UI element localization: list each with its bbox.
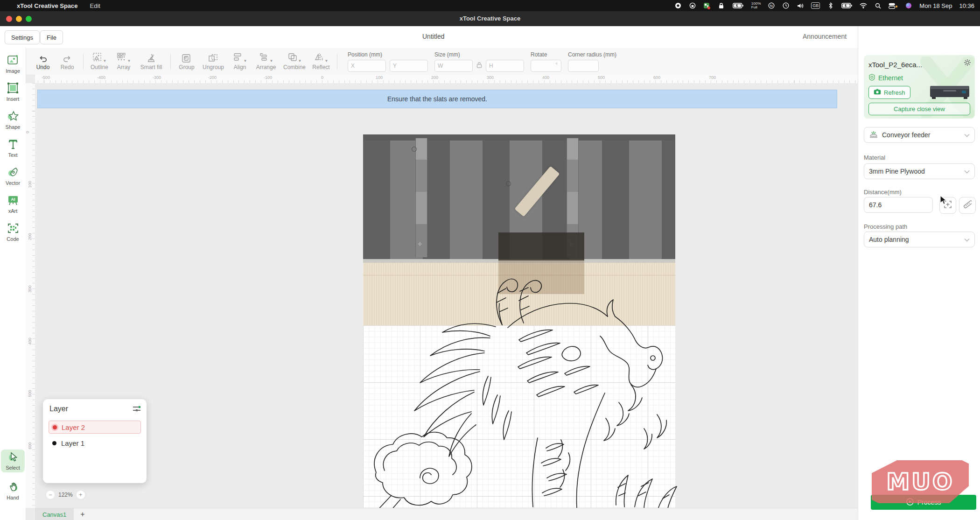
zoom-in-button[interactable]: +: [77, 491, 85, 499]
zoom-level[interactable]: 122%: [58, 492, 73, 498]
outline-button[interactable]: ▼ Outline: [87, 53, 112, 70]
device-settings-panel: xTool_P2_6eca... Ethernet Refresh Captur…: [858, 26, 980, 520]
menu-edit[interactable]: Edit: [90, 2, 100, 9]
siri-icon[interactable]: [905, 2, 912, 9]
notification-banner: Ensure that the slats are removed.: [37, 90, 837, 108]
material-plank-dark: [498, 232, 584, 260]
manual-measure-button[interactable]: [959, 197, 976, 214]
position-x-input[interactable]: [348, 60, 386, 72]
shortcuts-icon[interactable]: N: [768, 2, 775, 9]
machine-column-left: [415, 138, 427, 257]
undo-icon: [38, 53, 48, 63]
calibration-mark-icon: ✛: [418, 241, 422, 247]
lock-ratio-icon[interactable]: [476, 62, 482, 70]
array-button[interactable]: ▼ Array: [112, 53, 136, 70]
nav-announcement[interactable]: Announcement: [803, 33, 847, 40]
redo-button[interactable]: Redo: [55, 53, 79, 70]
record-icon[interactable]: [674, 2, 682, 9]
rotate-field: Rotate: [531, 51, 561, 72]
layer2-color-swatch[interactable]: [53, 425, 57, 429]
keyboard-layout-badge[interactable]: GB: [811, 2, 820, 9]
capture-close-view-button[interactable]: Capture close view: [868, 103, 970, 115]
chevron-down-icon: [964, 236, 970, 243]
feeder-select[interactable]: Conveyor feeder: [864, 127, 975, 143]
sidebar-item-code[interactable]: Code: [1, 223, 25, 242]
xtool-creative-space-window: xTool Creative Space Edit 100%Full N GB …: [0, 0, 980, 520]
image-icon: [7, 55, 19, 67]
sidebar-item-shape[interactable]: Shape: [1, 111, 25, 130]
undo-button[interactable]: Undo: [31, 53, 55, 70]
corner-radius-input[interactable]: [568, 60, 599, 72]
arrange-button[interactable]: ▼ Arrange: [252, 53, 280, 70]
align-button[interactable]: ▼ Align: [228, 53, 252, 70]
layer-options-icon[interactable]: [133, 406, 141, 414]
spotlight-icon[interactable]: [874, 2, 882, 9]
app-notification-icon[interactable]: [703, 2, 711, 9]
bluetooth-icon[interactable]: [827, 2, 834, 9]
rotate-input[interactable]: [531, 60, 561, 72]
material-select[interactable]: 3mm Pine Plywood: [864, 163, 975, 179]
battery-status-text: 100%Full: [751, 2, 761, 9]
size-h-input[interactable]: [486, 60, 524, 72]
left-tool-sidebar: Image Insert Shape Text Vector AI xArt C…: [0, 48, 26, 520]
vertical-ruler: 0 100 200 300 400 500 600: [26, 83, 35, 508]
refresh-button[interactable]: Refresh: [868, 86, 910, 99]
distance-input[interactable]: [864, 197, 933, 213]
layer-row-layer1[interactable]: Layer 1: [49, 436, 141, 450]
sidebar-item-vector[interactable]: Vector: [1, 167, 25, 186]
group-button[interactable]: Group: [175, 53, 199, 70]
settings-button[interactable]: Settings: [5, 30, 40, 44]
reflect-button[interactable]: ▼ Reflect: [309, 53, 333, 70]
time-machine-icon[interactable]: [782, 2, 790, 9]
file-button[interactable]: File: [40, 30, 63, 44]
smart-fill-button[interactable]: Smart fill: [136, 53, 167, 70]
dragon-artwork[interactable]: [359, 257, 681, 511]
layer-row-layer2[interactable]: Layer 2: [49, 421, 141, 434]
tool-hand[interactable]: Hand: [1, 481, 25, 500]
lock-icon[interactable]: [718, 2, 725, 9]
tab-canvas1[interactable]: Canvas1: [35, 508, 74, 520]
combine-button[interactable]: ▼ Combine: [280, 53, 309, 70]
connection-type: Ethernet: [878, 74, 903, 82]
machine-thumbnail: [929, 83, 970, 103]
window-title-bar: xTool Creative Space: [0, 11, 980, 26]
corner-radius-label: Corner radius (mm): [568, 51, 616, 58]
layer1-color-swatch[interactable]: [52, 441, 56, 445]
control-center-icon[interactable]: [889, 2, 898, 9]
battery-full-icon[interactable]: [732, 2, 744, 9]
chevron-down-icon: [964, 131, 970, 139]
size-w-input[interactable]: [434, 60, 473, 72]
insert-icon: [7, 83, 19, 95]
wifi-icon[interactable]: [860, 2, 867, 9]
ungroup-button[interactable]: Ungroup: [199, 53, 228, 70]
position-fields: Position (mm): [348, 51, 428, 72]
connection-shield-icon: [868, 74, 875, 82]
corner-radius-field: Corner radius (mm): [568, 51, 616, 72]
reflect-caret-icon: ▼: [325, 59, 329, 63]
array-icon: [117, 52, 127, 63]
document-title: Untitled: [422, 33, 444, 40]
battery-icon[interactable]: [841, 2, 853, 9]
menu-bar-time[interactable]: 10:36: [959, 2, 974, 9]
vector-icon: [7, 167, 19, 179]
zoom-out-button[interactable]: −: [46, 491, 55, 499]
app-menu-title[interactable]: xTool Creative Space: [17, 2, 78, 9]
tool-select[interactable]: Select: [1, 450, 25, 472]
processing-path-label: Processing path: [864, 223, 907, 230]
volume-icon[interactable]: [797, 2, 804, 9]
device-settings-gear-icon[interactable]: [964, 59, 971, 68]
processing-path-select[interactable]: Auto planning: [864, 232, 975, 247]
position-y-input[interactable]: [390, 60, 428, 72]
design-canvas[interactable]: ✛ ✛: [35, 83, 858, 520]
add-canvas-button[interactable]: +: [80, 510, 84, 519]
sidebar-item-image[interactable]: Image: [1, 55, 25, 74]
connection-row: Ethernet: [868, 74, 903, 82]
sidebar-item-text[interactable]: Text: [1, 139, 25, 158]
reflect-icon: [314, 52, 324, 63]
sidebar-item-insert[interactable]: Insert: [1, 83, 25, 102]
privacy-lock-icon[interactable]: [689, 2, 696, 9]
menu-bar-date[interactable]: Mon 18 Sep: [919, 2, 952, 9]
sidebar-item-xart[interactable]: AI xArt: [1, 195, 25, 214]
edit-toolbar: Undo Redo ▼ Outline ▼ Array Smart fill G…: [0, 48, 980, 75]
layer-panel-title: Layer: [49, 405, 68, 413]
